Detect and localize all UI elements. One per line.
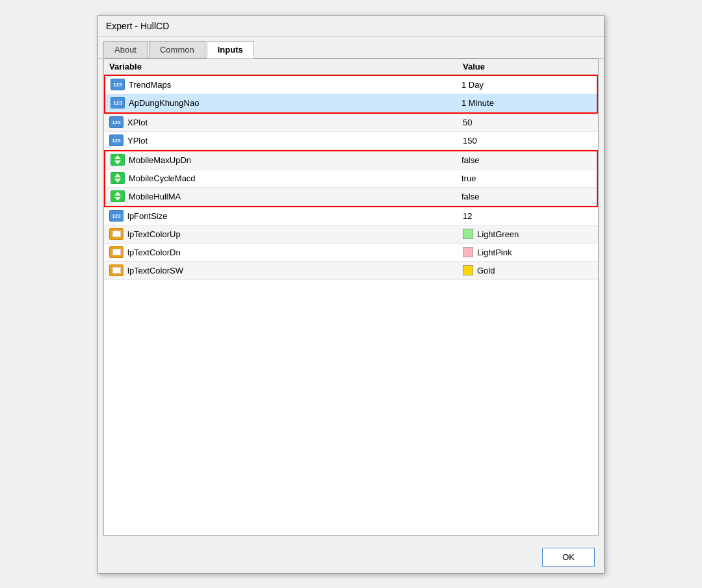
row-variable-value: false xyxy=(462,192,592,201)
row-variable-name: TrendMaps xyxy=(129,80,462,90)
ok-button[interactable]: OK xyxy=(542,548,595,567)
row-variable-name: lpTextColorUp xyxy=(127,229,463,239)
expert-window: Expert - HullCD About Common Inputs Vari… xyxy=(98,15,604,574)
color-swatch-lightpink xyxy=(463,247,473,257)
row-variable-name: MobileMaxUpDn xyxy=(129,155,462,165)
table-row[interactable]: 123 XPlot 50 xyxy=(104,114,598,132)
row-variable-value: 150 xyxy=(463,136,593,146)
window-title: Expert - HullCD xyxy=(106,21,169,31)
color-swatch-lightgreen xyxy=(463,229,473,239)
footer: OK xyxy=(98,541,604,573)
tab-about[interactable]: About xyxy=(103,41,148,58)
row-variable-name: YPlot xyxy=(127,136,463,146)
row-variable-value: 1 Day xyxy=(462,80,592,90)
red-group-bottom: MobileMaxUpDn false MobileCycleMacd true… xyxy=(104,150,598,207)
table-row[interactable]: MobileCycleMacd true xyxy=(105,170,597,188)
icon-123: 123 xyxy=(109,116,124,128)
row-variable-name: ApDungKhungNao xyxy=(129,98,462,108)
title-bar: Expert - HullCD xyxy=(98,16,604,37)
icon-bool xyxy=(110,154,125,166)
row-variable-name: lpFontSize xyxy=(127,211,463,221)
row-variable-value: LightPink xyxy=(463,247,593,257)
tab-common[interactable]: Common xyxy=(149,41,205,58)
row-variable-name: MobileHullMA xyxy=(129,192,462,201)
table-row[interactable]: MobileMaxUpDn false xyxy=(105,151,597,170)
row-variable-name: MobileCycleMacd xyxy=(129,173,462,183)
icon-123: 123 xyxy=(109,210,124,222)
row-variable-value: 50 xyxy=(463,118,593,127)
color-icon-inner xyxy=(112,231,121,237)
icon-bool xyxy=(110,172,125,184)
color-icon-inner xyxy=(112,249,121,255)
tab-bar: About Common Inputs xyxy=(98,37,604,58)
row-variable-name: lpTextColorSW xyxy=(127,266,463,275)
header-variable: Variable xyxy=(109,62,463,71)
row-variable-name: XPlot xyxy=(127,118,463,127)
icon-bool xyxy=(110,190,125,202)
row-variable-value: LightGreen xyxy=(463,229,593,239)
table-row[interactable]: 123 ApDungKhungNao 1 Minute xyxy=(105,94,597,112)
table-row[interactable]: 123 YPlot 150 xyxy=(104,132,598,150)
table-row[interactable]: 123 TrendMaps 1 Day xyxy=(105,76,597,94)
icon-color xyxy=(109,246,124,258)
icon-123: 123 xyxy=(110,97,125,109)
table-row[interactable]: lpTextColorUp LightGreen xyxy=(104,225,598,244)
table-header: Variable Value xyxy=(104,59,598,75)
color-icon-inner xyxy=(112,267,121,274)
row-variable-name: lpTextColorDn xyxy=(127,248,463,257)
icon-123: 123 xyxy=(110,79,125,90)
row-variable-value: true xyxy=(462,173,592,183)
table-row[interactable]: 123 lpFontSize 12 xyxy=(104,207,598,225)
red-group-top: 123 TrendMaps 1 Day 123 ApDungKhungNao 1… xyxy=(104,75,598,114)
row-variable-value: false xyxy=(462,155,592,165)
row-variable-value: 1 Minute xyxy=(462,98,592,108)
table-row[interactable]: lpTextColorSW Gold xyxy=(104,262,598,280)
table-row[interactable]: MobileHullMA false xyxy=(105,188,597,206)
inputs-panel: Variable Value 123 TrendMaps 1 Day 123 A… xyxy=(103,58,599,536)
icon-123: 123 xyxy=(109,134,124,146)
color-swatch-gold xyxy=(463,265,473,275)
header-value: Value xyxy=(463,62,593,71)
empty-area xyxy=(104,280,598,397)
row-variable-value: 12 xyxy=(463,211,593,221)
icon-color xyxy=(109,228,124,240)
table-row[interactable]: lpTextColorDn LightPink xyxy=(104,244,598,262)
row-variable-value: Gold xyxy=(463,265,593,275)
icon-color xyxy=(109,264,124,276)
tab-inputs[interactable]: Inputs xyxy=(207,41,254,58)
